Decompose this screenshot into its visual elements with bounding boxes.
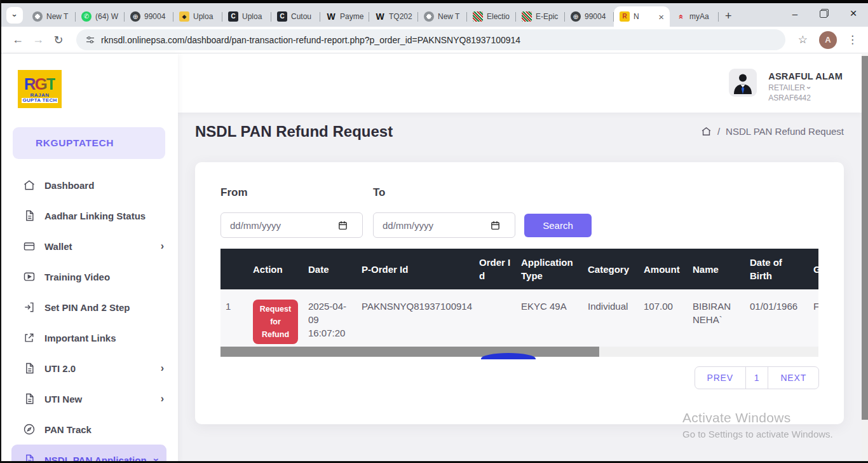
browser-tab[interactable]: CCutou (271, 6, 320, 27)
from-label: From (220, 186, 248, 199)
browser-menu-icon[interactable]: ⋮ (847, 33, 858, 46)
user-role[interactable]: RETAILER› (768, 83, 843, 92)
address-bar[interactable]: rknsdl.onlinepsa.com/dashboard/pan-trans… (76, 29, 785, 50)
back-button[interactable]: ← (8, 30, 28, 50)
browser-tab[interactable]: ⊕99004 (125, 6, 173, 27)
horizontal-scrollbar[interactable] (220, 347, 818, 357)
sidebar-item-uti-20[interactable]: UTI 2.0 › (0, 353, 178, 384)
col-amount: Amount (639, 249, 688, 289)
sidebar-item-set-pin[interactable]: Set PIN And 2 Step (0, 292, 178, 322)
cell-amount: 107.00 (639, 289, 688, 347)
vertical-scrollbar[interactable] (862, 54, 868, 463)
sidebar-item-important-links[interactable]: Important Links (0, 322, 178, 353)
browser-tab[interactable]: New T (418, 6, 467, 27)
sidebar-item-wallet[interactable]: Wallet › (0, 231, 178, 261)
user-name: ASRAFUL ALAM (768, 71, 843, 81)
video-icon (23, 270, 36, 283)
browser-toolbar: ← → ↻ rknsdl.onlinepsa.com/dashboard/pan… (0, 27, 868, 53)
tab-search-button[interactable]: › (6, 7, 23, 24)
rgt-favicon: R (620, 11, 630, 22)
tab-close-icon[interactable]: × (656, 11, 666, 22)
browser-tabstrip: › New T ✆(64) W ⊕99004 ◆Uploa CUploa CCu… (0, 3, 868, 27)
main-area: ASRAFUL ALAM RETAILER› ASRAF6442 NSDL PA… (178, 54, 862, 463)
document-icon (23, 209, 36, 222)
main-header: ASRAFUL ALAM RETAILER› ASRAF6442 (178, 54, 862, 113)
sidebar-item-training-video[interactable]: Training Video (0, 261, 178, 292)
sidebar-item-aadhar-linking-status[interactable]: Aadhar Linking Status (0, 200, 178, 231)
chrome-icon (424, 11, 434, 22)
browser-tab-active[interactable]: RN× (614, 6, 670, 27)
site-info-icon[interactable] (85, 35, 95, 45)
col-gender: G (808, 249, 818, 289)
login-icon (23, 301, 36, 314)
forward-button[interactable]: → (28, 30, 48, 50)
search-button[interactable]: Search (524, 214, 592, 237)
browser-tab[interactable]: WPayme (320, 6, 369, 27)
browser-tab[interactable]: WTQ202 (369, 6, 418, 27)
document-icon (23, 392, 36, 405)
to-label: To (373, 186, 386, 199)
w-logo-icon: W (375, 11, 385, 22)
browser-tab[interactable]: New T (27, 6, 76, 27)
col-date: Date (303, 249, 356, 289)
sidebar-item-uti-new[interactable]: UTI New › (0, 384, 178, 414)
browser-tab[interactable]: ✆(64) W (76, 6, 125, 27)
restore-icon (820, 9, 829, 18)
wallet-icon (23, 240, 36, 252)
epic-site-icon (522, 11, 532, 22)
c-app-icon: C (228, 11, 238, 22)
url-text: rknsdl.onlinepsa.com/dashboard/pan-trans… (101, 35, 520, 45)
browser-tab[interactable]: »myAa (670, 6, 719, 27)
page-body: RGT RAJAN GUPTA TECH RKGUPTATECH Dashboa… (0, 54, 868, 463)
sidebar-item-dashboard[interactable]: Dashboard (0, 170, 178, 200)
col-date-of-birth: Date of Birth (745, 249, 808, 289)
col-application-type: Application Type (516, 249, 583, 289)
browser-tab[interactable]: ⊕99004 (565, 6, 614, 27)
window-controls: – × (780, 3, 868, 24)
sidebar-item-pan-track[interactable]: PAN Track (0, 414, 178, 445)
globe-icon: ⊕ (571, 11, 581, 22)
col-order-id: Order Id (474, 249, 516, 289)
sidebar-item-nsdl-pan-application[interactable]: NSDL PAN Application › (11, 445, 166, 463)
activate-windows-watermark: Activate Windows Go to Settings to activ… (682, 410, 833, 439)
restore-button[interactable] (810, 3, 839, 24)
document-icon (23, 362, 36, 375)
refund-report-card: From To Search Action Date (195, 162, 844, 424)
table-row: 1 Request for Refund 2025-04-09 16:07:20… (220, 289, 818, 347)
page-number-button[interactable]: 1 (745, 367, 768, 389)
chevron-down-icon: › (10, 14, 20, 17)
from-date-input[interactable] (220, 212, 363, 238)
election-site-icon (473, 11, 483, 22)
col-action: Action (248, 249, 303, 289)
browser-tab[interactable]: E-Epic (516, 6, 565, 27)
request-refund-button[interactable]: Request for Refund (253, 300, 298, 344)
company-logo[interactable]: RGT RAJAN GUPTA TECH (18, 70, 62, 108)
next-page-button[interactable]: NEXT (768, 367, 818, 389)
cell-application-type: EKYC 49A (516, 289, 583, 347)
table-header-row: Action Date P-Order Id Order Id Applicat… (220, 249, 818, 289)
reload-button[interactable]: ↻ (48, 30, 69, 50)
horizontal-scrollbar-thumb[interactable] (220, 347, 599, 357)
whatsapp-icon: ✆ (81, 11, 92, 22)
close-button[interactable]: × (839, 3, 868, 24)
cell-order-id (474, 289, 516, 347)
browser-tab[interactable]: CUploa (222, 6, 271, 27)
chevron-right-icon: › (161, 393, 164, 404)
vertical-scrollbar-thumb[interactable] (862, 56, 868, 420)
cell-gender: F (808, 289, 818, 347)
bookmark-star-icon[interactable]: ☆ (798, 33, 808, 46)
user-menu[interactable]: ASRAFUL ALAM RETAILER› ASRAF6442 (729, 69, 843, 102)
browser-profile-avatar[interactable]: A (819, 31, 837, 49)
new-tab-button[interactable]: + (719, 10, 738, 27)
cell-dob: 01/01/1966 (745, 289, 808, 347)
globe-icon: ⊕ (130, 11, 140, 22)
prev-page-button[interactable]: PREV (695, 367, 745, 389)
minimize-button[interactable]: – (780, 3, 810, 24)
page-title: NSDL PAN Refund Request (195, 123, 393, 141)
to-date-input[interactable] (373, 212, 515, 238)
home-icon[interactable] (701, 126, 712, 137)
browser-tab[interactable]: ◆Uploa (173, 6, 222, 27)
refund-table: Action Date P-Order Id Order Id Applicat… (220, 249, 818, 347)
browser-tab[interactable]: Electio (467, 6, 516, 27)
chevron-right-icon: › (161, 240, 164, 252)
